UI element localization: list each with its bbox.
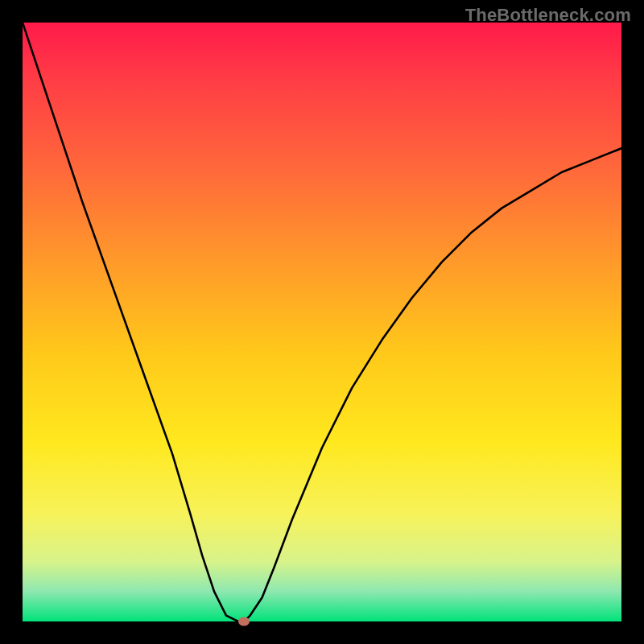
watermark-text: TheBottleneck.com	[465, 5, 631, 26]
chart-frame: TheBottleneck.com	[0, 0, 644, 644]
bottleneck-curve	[23, 23, 621, 621]
plot-area	[23, 23, 621, 621]
curve-line	[23, 23, 621, 621]
minimum-point-marker	[238, 617, 250, 626]
